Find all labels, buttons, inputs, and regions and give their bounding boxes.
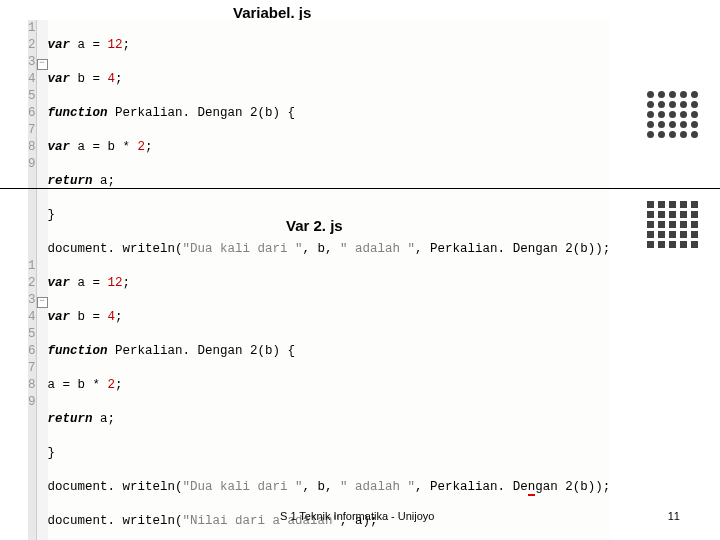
title-variabel: Variabel. js <box>233 4 311 21</box>
fold-icon[interactable]: − <box>37 59 48 70</box>
code-2[interactable]: var a = 12; var b = 4; function Perkalia… <box>48 258 611 540</box>
page-number: 11 <box>668 510 680 522</box>
editor-2: 1 2 3 4 5 6 7 8 9 − var a = 12; var b = … <box>28 258 610 540</box>
footer-text: S 1 Teknik Informatika - Unijoyo <box>280 510 434 522</box>
fold-icon[interactable]: − <box>37 297 48 308</box>
fold-column-2: − <box>36 258 48 540</box>
divider-1 <box>0 188 720 189</box>
decoration-bullets-top <box>647 88 702 138</box>
decoration-bullets-bottom <box>647 198 702 248</box>
title-var2: Var 2. js <box>286 217 343 234</box>
gutter-2: 1 2 3 4 5 6 7 8 9 <box>28 258 36 540</box>
